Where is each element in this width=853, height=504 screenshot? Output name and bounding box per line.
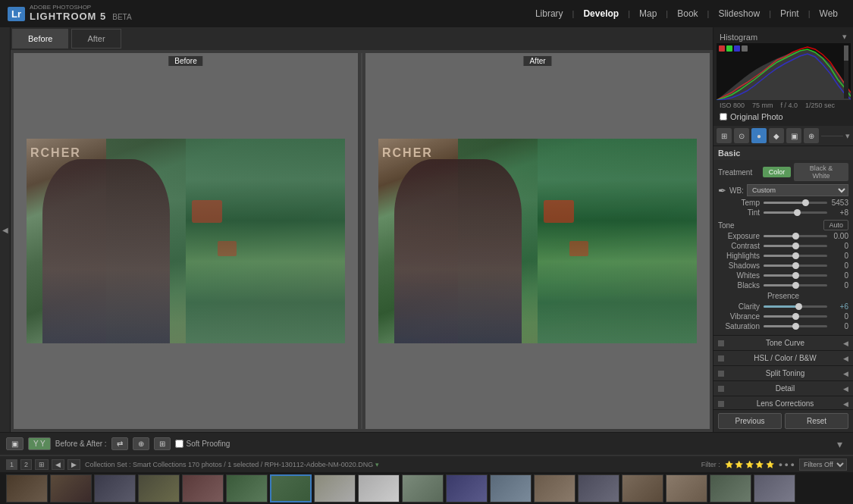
single-view-btn[interactable]: ▣ (6, 437, 24, 450)
options-btn[interactable]: ⊞ (154, 437, 171, 450)
filmstrip-thumb-9[interactable] (358, 474, 400, 502)
filmstrip-header: 1 2 ⊞ ◀ ▶ Collection Set : Smart Collect… (0, 456, 853, 472)
copy-before-after-btn[interactable]: ⊕ (133, 437, 149, 450)
filmstrip-thumb-15[interactable] (622, 474, 663, 502)
tint-slider[interactable] (764, 211, 827, 214)
app-name: LIGHTROOM 5 (30, 11, 106, 22)
histogram-scrollbar[interactable] (844, 45, 848, 99)
white-channel-btn[interactable] (742, 45, 748, 52)
red-channel-btn[interactable] (719, 45, 725, 52)
filmstrip-thumb-10[interactable] (402, 474, 444, 502)
basic-section-header: Basic (713, 146, 853, 160)
filmstrip-thumb-13[interactable] (534, 474, 575, 502)
temp-slider[interactable] (764, 202, 827, 204)
treatment-row: Treatment Color Black & White (718, 163, 848, 181)
before-pane-label: Before (168, 56, 202, 66)
detail-panel[interactable]: Detail ◀ (713, 380, 853, 396)
filmstrip-thumb-5[interactable] (182, 474, 224, 502)
right-panel: Histogram ▾ (713, 27, 853, 432)
filmstrip-thumb-1[interactable] (6, 474, 48, 502)
filmstrip-thumb-6[interactable] (226, 474, 268, 502)
nav-slideshow[interactable]: Slideshow (710, 5, 767, 22)
fs-filename-arrow[interactable]: ▾ (375, 461, 379, 468)
soft-proofing-checkbox[interactable] (175, 440, 183, 448)
before-label[interactable]: Before (12, 29, 68, 49)
bw-treatment-btn[interactable]: Black & White (794, 163, 848, 181)
split-toning-panel[interactable]: Split Toning ◀ (713, 365, 853, 380)
tone-curve-panel[interactable]: Tone Curve ◀ (713, 335, 853, 350)
filmstrip-thumb-16[interactable] (666, 474, 707, 502)
view-header: Before After (11, 27, 713, 50)
lens-corrections-panel[interactable]: Lens Corrections ◀ (713, 396, 853, 409)
grid-tool-icon[interactable]: ⊞ (717, 128, 732, 143)
green-channel-btn[interactable] (726, 45, 732, 52)
filmstrip-thumb-14[interactable] (578, 474, 619, 502)
presence-label: Presence (718, 292, 848, 300)
grad-filter-tool-icon[interactable]: ▣ (786, 128, 801, 143)
filmstrip-thumb-8[interactable] (314, 474, 356, 502)
before-image-pane: RCHER Before (14, 53, 358, 429)
color-treatment-btn[interactable]: Color (763, 167, 792, 177)
left-panel-toggle[interactable]: ◀ (0, 27, 11, 432)
clarity-slider[interactable] (764, 305, 827, 308)
eyedropper-icon[interactable]: ✒ (718, 185, 726, 196)
fs-nav-left-btn[interactable]: ◀ (52, 459, 64, 470)
histogram-canvas (717, 43, 851, 100)
nav-library[interactable]: Library (528, 5, 571, 22)
nav-develop[interactable]: Develop (575, 5, 626, 22)
exposure-slider[interactable] (764, 235, 827, 237)
blue-channel-btn[interactable] (734, 45, 740, 52)
histogram-menu[interactable]: ▾ (842, 32, 847, 42)
filmstrip-images[interactable] (0, 472, 853, 504)
hsl-color-panel[interactable]: HSL / Color / B&W ◀ (713, 350, 853, 365)
filmstrip-view-controls: 1 2 ⊞ ◀ ▶ (6, 459, 80, 470)
vibrance-slider[interactable] (764, 315, 827, 318)
action-buttons-row: Previous Reset (713, 409, 853, 432)
center-view: Before After RCHER (11, 27, 713, 432)
fs-view-2-btn[interactable]: 2 (20, 459, 32, 470)
filmstrip-thumb-18[interactable] (754, 474, 795, 502)
nav-map[interactable]: Map (632, 5, 664, 22)
crop-tool-icon[interactable]: ⊙ (734, 128, 749, 143)
nav-web[interactable]: Web (812, 5, 845, 22)
auto-btn[interactable]: Auto (823, 220, 848, 230)
original-photo-checkbox[interactable] (720, 113, 727, 121)
right-panel-scroll[interactable]: Basic Treatment Color Black & White ✒ WB… (713, 146, 853, 409)
swap-before-after-btn[interactable]: ⇄ (111, 437, 128, 450)
highlights-slider[interactable] (764, 255, 827, 257)
red-eye-tool-icon[interactable]: ◆ (769, 128, 784, 143)
contrast-slider[interactable] (764, 245, 827, 247)
reset-btn[interactable]: Reset (785, 413, 848, 429)
tools-menu-btn[interactable]: ▾ (845, 131, 850, 141)
saturation-slider[interactable] (764, 325, 827, 327)
nav-book[interactable]: Book (670, 5, 705, 22)
after-label[interactable]: After (71, 29, 121, 49)
nav-print[interactable]: Print (773, 5, 807, 22)
filmstrip: 1 2 ⊞ ◀ ▶ Collection Set : Smart Collect… (0, 455, 853, 504)
filmstrip-thumb-17[interactable] (710, 474, 751, 502)
filters-off-select[interactable]: Filters Off (799, 459, 847, 471)
fs-view-1-btn[interactable]: 1 (6, 459, 17, 470)
app-logo: Lr (8, 7, 25, 21)
spot-heal-tool-icon[interactable]: ● (751, 128, 767, 143)
toolbar-expand-btn[interactable]: ▾ (833, 437, 847, 452)
shadows-slider[interactable] (764, 265, 827, 267)
filmstrip-thumb-2[interactable] (50, 474, 92, 502)
radial-filter-tool-icon[interactable]: ⊕ (804, 128, 819, 143)
wb-select[interactable]: Custom (747, 184, 848, 196)
fs-nav-right-btn[interactable]: ▶ (67, 459, 80, 470)
whites-slider[interactable] (764, 274, 827, 277)
filmstrip-thumb-12[interactable] (490, 474, 532, 502)
filmstrip-thumb-11[interactable] (446, 474, 488, 502)
after-pane-label: After (523, 56, 551, 66)
fs-grid-btn[interactable]: ⊞ (35, 459, 49, 470)
highlights-slider-row: Highlights 0 (718, 252, 848, 260)
filmstrip-thumb-4[interactable] (138, 474, 180, 502)
previous-btn[interactable]: Previous (718, 413, 782, 429)
before-after-toggle[interactable]: Y Y (28, 437, 51, 450)
panel-toggle-dot4 (718, 386, 724, 392)
filmstrip-thumb-3[interactable] (94, 474, 136, 502)
logo-area: Lr ADOBE PHOTOSHOP LIGHTROOM 5 BETA (8, 5, 132, 22)
filmstrip-thumb-7[interactable] (270, 474, 312, 502)
blacks-slider[interactable] (764, 284, 827, 286)
